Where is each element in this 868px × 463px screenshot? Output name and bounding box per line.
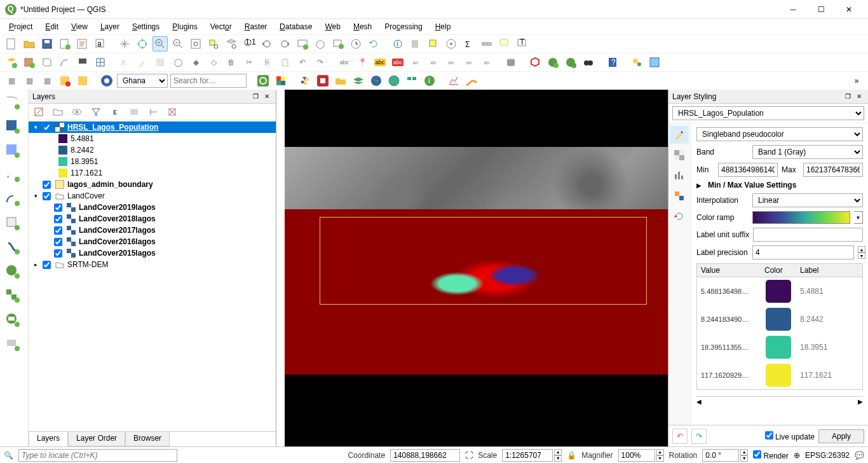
binoculars-icon[interactable] [581,55,596,70]
pan-icon[interactable] [117,36,132,52]
layout-manager-icon[interactable] [75,36,90,52]
styling-close-icon[interactable]: ✕ [854,92,864,102]
new-bookmark-icon[interactable] [330,36,346,52]
add-feature-icon[interactable]: ◯ [170,55,186,70]
tb3-1-icon[interactable]: ▦ [4,73,19,88]
toggle-edit-icon[interactable] [135,55,150,70]
styling-layer-selector[interactable]: HRSL_Lagos_Population [672,106,864,120]
style-manager-icon[interactable]: a [93,36,108,52]
label-yellow-icon[interactable]: abc [372,55,388,70]
curve-icon[interactable] [464,73,479,88]
save-edits-icon[interactable] [153,55,168,70]
layers-remove-icon[interactable] [165,104,180,120]
globe-check-icon[interactable] [563,55,578,70]
label-tool-4-icon[interactable]: ab [461,55,477,70]
layer-hrsl-checkbox[interactable] [43,123,51,132]
hscroll-left-icon[interactable]: ◀ [696,398,702,405]
close-button[interactable]: ✕ [835,0,863,19]
colorramp-menu-icon[interactable]: ▼ [854,211,863,224]
color-ramp-button[interactable] [752,211,850,224]
redo-style-icon[interactable]: ↷ [691,429,707,444]
identify-icon[interactable]: i [390,36,405,52]
map-canvas[interactable] [276,90,668,446]
label-abc-icon[interactable]: abc [337,55,352,70]
layer-child[interactable]: LandCover2017lagos [29,225,276,236]
interpolation-selector[interactable]: Linear [752,193,863,207]
save-project-icon[interactable] [39,36,55,52]
undo-style-icon[interactable]: ↶ [672,429,688,444]
color-value-row[interactable]: 18.39511355…18.3951 [697,333,862,361]
nominatim-combo[interactable]: Ghana [117,74,168,88]
layer-admin[interactable]: lagos_admin_boundary [29,179,276,190]
cut-icon[interactable]: ✂ [241,55,257,70]
tab-layers[interactable]: Layers [29,432,68,446]
layers-expression-icon[interactable]: ε [107,104,123,120]
layer-child-checkbox[interactable] [54,204,62,212]
zoom-in-icon[interactable] [153,36,168,52]
undo-icon[interactable]: ↶ [295,55,310,70]
new-map-view-icon[interactable] [295,36,310,52]
scp-icon[interactable] [315,73,330,88]
ld-xyz-icon[interactable] [3,286,23,306]
layers-collapse-icon[interactable] [146,104,161,120]
ld-virtual-icon[interactable] [3,334,23,354]
pan-selection-icon[interactable] [135,36,150,52]
menu-edit[interactable]: Edit [39,21,65,32]
help-icon[interactable]: ? [605,55,620,70]
sidetab-history-icon[interactable] [670,207,689,225]
precision-down-icon[interactable]: ▼ [858,252,865,259]
layers-add-group-icon[interactable] [50,104,65,120]
zoom-native-icon[interactable]: 1:1 [241,36,257,52]
globe-2-icon[interactable] [386,73,402,88]
label-tool-2-icon[interactable]: ab [426,55,441,70]
layer-child[interactable]: LandCover2016lagos [29,236,276,247]
new-layout-icon[interactable] [57,36,72,52]
minmax-settings-toggle[interactable]: ▶ Min / Max Value Settings [696,181,863,190]
info-green-icon[interactable]: i [422,73,437,88]
layer-child-checkbox[interactable] [54,215,62,223]
chart-icon[interactable] [446,73,461,88]
menu-plugins[interactable]: Plugins [166,21,203,32]
menu-vector[interactable]: Vector [204,21,238,32]
menu-settings[interactable]: Settings [126,21,166,32]
ld-wcs-icon[interactable] [3,310,23,330]
label-pin-icon[interactable]: 📍 [355,55,370,70]
menu-web[interactable]: Web [318,21,346,32]
band-selector[interactable]: Band 1 (Gray) [752,145,863,159]
sidetab-rendering-icon[interactable] [670,187,689,205]
ld-mesh-icon[interactable] [3,141,23,161]
scale-input[interactable] [502,449,553,462]
apply-button[interactable]: Apply [818,429,864,443]
open-project-icon[interactable] [22,36,37,52]
scale-up-icon[interactable]: ▲ [554,449,562,455]
ld-geopackage-icon[interactable] [3,189,23,209]
color-value-row[interactable]: 8.244183490…8.2442 [697,305,862,333]
menu-layer[interactable]: Layer [94,21,126,32]
tab-browser[interactable]: Browser [125,432,170,446]
layers-visibility-icon[interactable] [69,104,85,120]
crs-icon[interactable]: ⊕ [794,451,800,460]
menu-project[interactable]: Project [3,21,39,32]
annotation-icon[interactable]: T [515,36,530,52]
label-tool-5-icon[interactable]: ab [479,55,494,70]
earth-icon[interactable] [369,73,384,88]
layer-stack-icon[interactable] [351,73,366,88]
toolbar-overflow-icon[interactable]: » [849,73,864,88]
new-3d-view-icon[interactable] [313,36,328,52]
edits-icon[interactable] [117,55,132,70]
menu-processing[interactable]: Processing [378,21,428,32]
maximize-button[interactable]: ☐ [807,0,835,19]
menu-help[interactable]: Help [429,21,458,32]
vertex-tool-icon[interactable]: ◆ [188,55,203,70]
rot-up-icon[interactable]: ▲ [740,449,748,455]
render-toggle[interactable]: Render [753,450,789,460]
globe-green-icon[interactable] [545,55,560,70]
styling-undock-icon[interactable]: ❐ [843,92,853,102]
layers-tree[interactable]: ▾ HRSL_Lagos_Population 5.48818.244218.3… [29,120,276,431]
zoom-next-icon[interactable] [277,36,292,52]
zoom-out-icon[interactable] [170,36,186,52]
new-project-icon[interactable] [4,36,19,52]
zoom-last-icon[interactable] [259,36,275,52]
ld-delimited-icon[interactable]: , [3,165,23,185]
plugin-1-icon[interactable] [629,55,644,70]
